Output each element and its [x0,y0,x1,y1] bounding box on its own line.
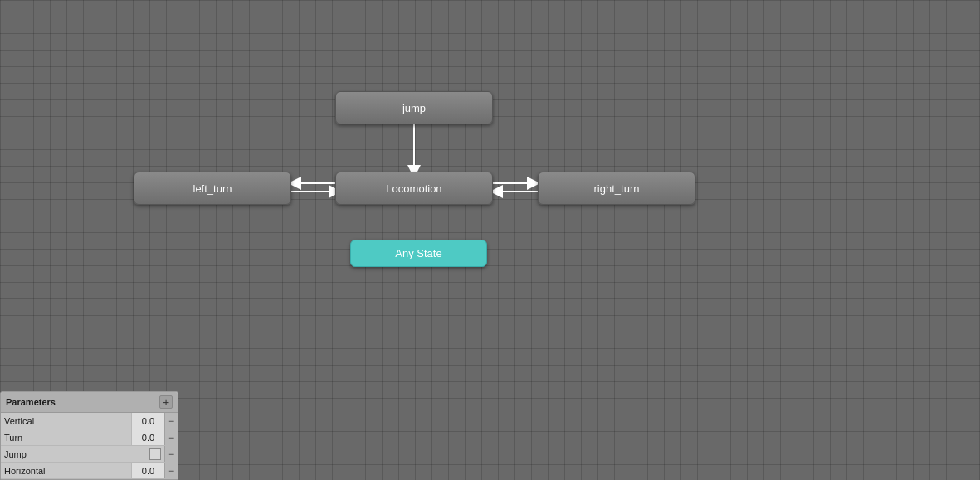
param-checkbox-jump[interactable] [149,448,161,460]
param-name-turn: Turn [1,433,131,443]
param-value-turn[interactable] [131,429,164,445]
param-row-horizontal: Horizontal − [1,463,178,479]
param-row-vertical: Vertical − [1,413,178,429]
state-node-left-turn[interactable]: left_turn [134,172,291,205]
state-node-right-turn[interactable]: right_turn [538,172,695,205]
state-node-locomotion[interactable]: Locomotion [335,172,493,205]
param-remove-jump[interactable]: − [164,446,178,462]
param-remove-horizontal[interactable]: − [164,463,178,478]
state-label-right-turn: right_turn [594,182,640,195]
parameters-title: Parameters [6,397,56,407]
parameters-panel: Parameters + Vertical − Turn − Jump − Ho… [0,391,178,480]
param-name-jump: Jump [1,449,146,459]
param-value-horizontal[interactable] [131,463,164,478]
state-node-any-state[interactable]: Any State [350,240,487,267]
state-label-left-turn: left_turn [193,182,232,195]
parameters-header: Parameters + [1,392,178,413]
parameters-add-button[interactable]: + [159,395,173,409]
param-name-horizontal: Horizontal [1,466,131,476]
param-value-vertical[interactable] [131,413,164,429]
param-name-vertical: Vertical [1,416,131,426]
state-node-jump[interactable]: jump [335,91,493,124]
param-remove-vertical[interactable]: − [164,413,178,429]
state-label-any-state: Any State [395,247,441,259]
state-label-jump: jump [402,102,426,114]
param-row-turn: Turn − [1,429,178,446]
state-label-locomotion: Locomotion [386,182,441,195]
param-row-jump: Jump − [1,446,178,463]
animator-canvas: jump Locomotion left_turn right_turn Any… [0,0,980,480]
param-remove-turn[interactable]: − [164,429,178,445]
